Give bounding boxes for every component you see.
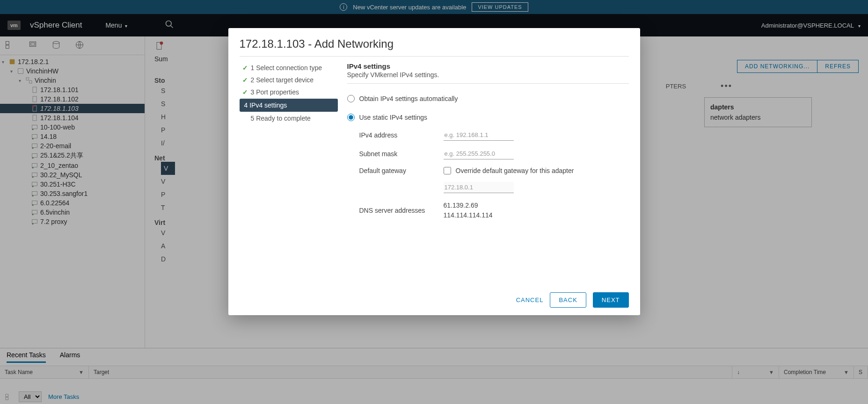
radio-static-input[interactable] (347, 114, 355, 121)
panel-subtitle: Specify VMkernel IPv4 settings. (347, 71, 629, 84)
wizard-step-5[interactable]: 5 Ready to complete (240, 113, 338, 124)
mask-input[interactable] (444, 148, 514, 159)
gateway-input (444, 182, 514, 193)
back-button[interactable]: BACK (550, 292, 586, 308)
label-gateway: Default gateway (359, 167, 444, 174)
radio-auto[interactable]: Obtain IPv4 settings automatically (347, 95, 629, 102)
check-icon: ✓ (242, 88, 248, 96)
label-ipv4: IPv4 address (359, 131, 444, 139)
wizard-step-2[interactable]: ✓2 Select target device (240, 74, 338, 86)
add-networking-modal: 172.18.1.103 - Add Networking ✓1 Select … (228, 28, 640, 315)
override-checkbox[interactable] (444, 167, 451, 174)
label-dns: DNS server addresses (359, 207, 444, 214)
override-gateway[interactable]: Override default gateway for this adapte… (444, 167, 629, 174)
wizard-content: IPv4 settings Specify VMkernel IPv4 sett… (347, 62, 629, 279)
wizard-step-4[interactable]: 4 IPv4 settings (240, 99, 338, 112)
wizard-step-1[interactable]: ✓1 Select connection type (240, 62, 338, 73)
next-button[interactable]: NEXT (593, 292, 629, 308)
modal-footer: CANCEL BACK NEXT (228, 285, 640, 315)
label-mask: Subnet mask (359, 150, 444, 158)
dns-values: 61.139.2.69 114.114.114.114 (444, 201, 629, 220)
check-icon: ✓ (242, 76, 248, 84)
wizard-step-3[interactable]: ✓3 Port properties (240, 87, 338, 98)
check-icon: ✓ (242, 64, 248, 72)
cancel-button[interactable]: CANCEL (516, 296, 544, 303)
ipv4-input[interactable] (444, 130, 514, 141)
wizard-steps: ✓1 Select connection type ✓2 Select targ… (240, 62, 338, 279)
radio-static[interactable]: Use static IPv4 settings (347, 114, 629, 121)
modal-title: 172.18.1.103 - Add Networking (240, 28, 629, 57)
panel-heading: IPv4 settings (347, 62, 629, 70)
radio-auto-input[interactable] (347, 95, 355, 102)
